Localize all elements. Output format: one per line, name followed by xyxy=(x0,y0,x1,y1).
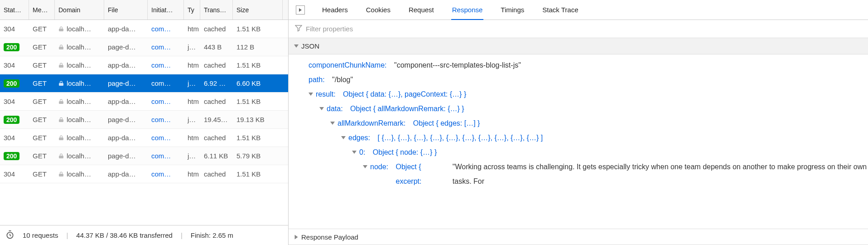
lock-icon xyxy=(58,99,65,104)
status-text: 304 xyxy=(4,134,15,142)
file-cell: page-d… xyxy=(104,152,148,160)
timer-icon xyxy=(5,230,14,240)
col-header-type[interactable]: Ty xyxy=(184,0,200,20)
method-cell: GET xyxy=(29,134,55,142)
transferred-cell: 19.45… xyxy=(200,116,233,123)
transferred-cell: cached xyxy=(200,25,233,33)
status-badge: 200 xyxy=(4,43,19,51)
lock-icon xyxy=(58,44,65,50)
table-row[interactable]: 304GETlocalh…app-da…com…htmcached1.51 KB xyxy=(0,56,288,74)
status-badge: 200 xyxy=(4,152,19,160)
filter-input[interactable] xyxy=(306,25,862,33)
json-row[interactable]: allMarkdownRemark: Object { edges: […] } xyxy=(309,116,868,131)
col-header-file[interactable]: File xyxy=(104,0,148,20)
domain-cell: localh… xyxy=(67,152,91,160)
json-tree: componentChunkName: "component---src-tem… xyxy=(289,54,868,229)
lock-icon xyxy=(58,26,65,32)
tab-stack-trace[interactable]: Stack Trace xyxy=(541,6,579,14)
details-panel: Headers Cookies Request Response Timings… xyxy=(289,0,868,245)
json-row[interactable]: 0: Object { node: {…} } xyxy=(309,145,868,160)
section-payload-header[interactable]: Response Payload xyxy=(289,229,868,245)
lock-icon xyxy=(58,172,65,177)
tab-response[interactable]: Response xyxy=(451,0,484,20)
table-row[interactable]: 304GETlocalh…app-da…com…htmcached1.51 KB xyxy=(0,165,288,183)
table-row[interactable]: 200GETlocalh…page-d…com…j…6.92 …6.60 KB xyxy=(0,74,288,93)
chevron-down-icon xyxy=(294,44,299,48)
file-cell: page-d… xyxy=(104,43,148,51)
filter-row xyxy=(289,20,868,38)
domain-cell: localh… xyxy=(67,79,91,87)
transferred-cell: cached xyxy=(200,98,233,105)
table-row[interactable]: 304GETlocalh…app-da…com…htmcached1.51 KB xyxy=(0,20,288,38)
json-row[interactable]: path: "/blog" xyxy=(309,73,868,87)
table-row[interactable]: 200GETlocalh…page-d…com…j…6.11 KB5.79 KB xyxy=(0,147,288,165)
json-row[interactable]: node: Object { excerpt: "Working across … xyxy=(309,160,868,189)
domain-cell: localh… xyxy=(67,116,91,123)
domain-cell: localh… xyxy=(67,170,91,178)
transferred-cell: 443 B xyxy=(200,43,233,51)
method-cell: GET xyxy=(29,170,55,178)
json-row[interactable]: data: Object { allMarkdownRemark: {…} } xyxy=(309,102,868,116)
col-header-initiator[interactable]: Initiat… xyxy=(148,0,184,20)
tab-request[interactable]: Request xyxy=(408,6,435,14)
file-cell: app-da… xyxy=(104,134,148,142)
tab-headers[interactable]: Headers xyxy=(321,6,349,14)
col-header-size[interactable]: Size xyxy=(233,0,283,20)
initiator-link[interactable]: com… xyxy=(151,98,171,105)
initiator-link[interactable]: com… xyxy=(151,79,171,87)
section-json-label: JSON xyxy=(301,42,319,50)
status-bar: 10 requests | 44.37 KB / 38.46 KB transf… xyxy=(0,225,288,245)
tab-timings[interactable]: Timings xyxy=(500,6,525,14)
lock-icon xyxy=(58,135,65,141)
col-header-domain[interactable]: Domain xyxy=(55,0,104,20)
json-row[interactable]: result: Object { data: {…}, pageContext:… xyxy=(309,87,868,102)
status-text: 304 xyxy=(4,170,15,178)
initiator-link[interactable]: com… xyxy=(151,152,171,160)
col-header-status[interactable]: Stat… xyxy=(0,0,29,20)
transferred-cell: cached xyxy=(200,134,233,142)
chevron-down-icon xyxy=(330,122,335,125)
type-cell: j… xyxy=(184,116,200,123)
section-json-header[interactable]: JSON xyxy=(289,38,868,54)
col-header-transferred[interactable]: Trans… xyxy=(200,0,233,20)
table-row[interactable]: 200GETlocalh…page-d…com…j…443 B112 B xyxy=(0,38,288,56)
initiator-link[interactable]: com… xyxy=(151,134,171,142)
chevron-down-icon xyxy=(319,107,324,110)
requests-count: 10 requests xyxy=(23,231,58,239)
chevron-right-icon xyxy=(295,235,298,239)
tab-cookies[interactable]: Cookies xyxy=(365,6,391,14)
initiator-link[interactable]: com… xyxy=(151,25,171,33)
type-cell: j… xyxy=(184,152,200,160)
type-cell: j… xyxy=(184,79,200,87)
json-row[interactable]: componentChunkName: "component---src-tem… xyxy=(309,58,868,73)
lock-icon xyxy=(58,81,65,86)
table-header-row: Stat… Me… Domain File Initiat… Ty Trans…… xyxy=(0,0,288,20)
filter-icon xyxy=(295,24,302,33)
table-row[interactable]: 200GETlocalh…page-d…com…j…19.45…19.13 KB xyxy=(0,111,288,129)
table-row[interactable]: 304GETlocalh…app-da…com…htmcached1.51 KB xyxy=(0,129,288,147)
section-payload-label: Response Payload xyxy=(301,233,358,241)
col-header-method[interactable]: Me… xyxy=(29,0,55,20)
method-cell: GET xyxy=(29,98,55,105)
request-list-panel: Stat… Me… Domain File Initiat… Ty Trans…… xyxy=(0,0,289,245)
method-cell: GET xyxy=(29,116,55,123)
method-cell: GET xyxy=(29,152,55,160)
size-cell: 1.51 KB xyxy=(233,170,283,178)
toggle-raw-icon[interactable] xyxy=(296,5,305,15)
table-row[interactable]: 304GETlocalh…app-da…com…htmcached1.51 KB xyxy=(0,93,288,111)
initiator-link[interactable]: com… xyxy=(151,61,171,69)
table-body: 304GETlocalh…app-da…com…htmcached1.51 KB… xyxy=(0,20,288,225)
size-cell: 1.51 KB xyxy=(233,61,283,69)
lock-icon xyxy=(58,63,65,68)
file-cell: app-da… xyxy=(104,98,148,105)
json-row[interactable]: edges: [ {…}, {…}, {…}, {…}, {…}, {…}, {… xyxy=(309,131,868,145)
domain-cell: localh… xyxy=(67,61,91,69)
type-cell: htm xyxy=(184,134,200,142)
devtools-network-panel: Stat… Me… Domain File Initiat… Ty Trans…… xyxy=(0,0,868,245)
method-cell: GET xyxy=(29,79,55,87)
type-cell: htm xyxy=(184,61,200,69)
initiator-link[interactable]: com… xyxy=(151,170,171,178)
initiator-link[interactable]: com… xyxy=(151,116,171,123)
initiator-link[interactable]: com… xyxy=(151,43,171,51)
domain-cell: localh… xyxy=(67,98,91,105)
